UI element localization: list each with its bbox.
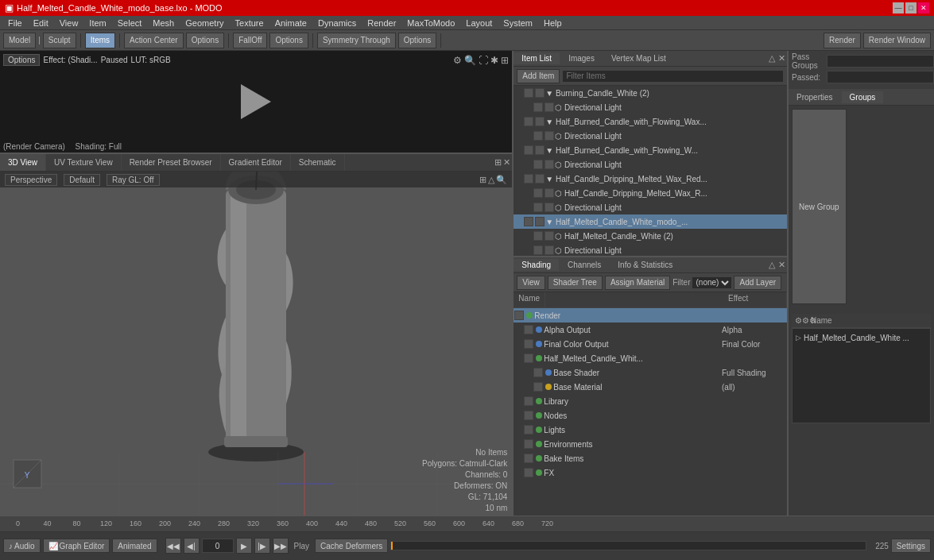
passed-input[interactable] xyxy=(827,71,934,83)
item-vis-2[interactable] xyxy=(545,131,554,141)
tab-item-list[interactable]: Item List xyxy=(514,52,560,64)
shading-vis-btn[interactable] xyxy=(524,339,533,349)
animated-button[interactable]: Animated xyxy=(112,539,157,553)
shading-row[interactable]: Nodes xyxy=(514,408,787,423)
pass-groups-input[interactable] xyxy=(827,55,934,68)
item-vis-1[interactable] xyxy=(524,174,533,183)
preview-icon-3[interactable]: ⛶ xyxy=(479,55,488,66)
item-vis-1[interactable] xyxy=(533,231,543,241)
tab-groups[interactable]: Groups xyxy=(842,91,885,103)
menu-item-edit[interactable]: Edit xyxy=(29,17,53,29)
shading-row[interactable]: Lights xyxy=(514,423,787,437)
filter-items-input[interactable] xyxy=(562,70,784,83)
shading-vis-btn[interactable] xyxy=(524,396,533,406)
menu-item-layout[interactable]: Layout xyxy=(461,17,497,29)
menu-item-help[interactable]: Help xyxy=(539,17,567,29)
action-center-button[interactable]: Action Center xyxy=(124,33,184,48)
menu-item-maxtomodo[interactable]: MaxToModo xyxy=(402,17,459,29)
item-vis-2[interactable] xyxy=(545,231,554,241)
item-vis-1[interactable] xyxy=(524,88,533,98)
item-vis-1[interactable] xyxy=(533,188,543,198)
shading-vis-btn[interactable] xyxy=(533,382,543,392)
shading-row[interactable]: Base Material(all) xyxy=(514,380,787,394)
shading-row[interactable]: FX xyxy=(514,465,787,480)
minimize-button[interactable]: — xyxy=(893,2,904,14)
shading-row[interactable]: Final Color OutputFinal Color xyxy=(514,337,787,351)
menu-item-system[interactable]: System xyxy=(498,17,537,29)
next-frame-button[interactable]: ▶▶ xyxy=(273,538,289,554)
shading-vis-btn[interactable] xyxy=(524,454,533,463)
vp-icon-3[interactable]: 🔍 xyxy=(496,175,507,185)
options-1-button[interactable]: Options xyxy=(186,33,224,48)
list-item[interactable]: ⬡ Directional Light xyxy=(514,243,787,256)
item-vis-2[interactable] xyxy=(545,102,554,112)
tab-properties[interactable]: Properties xyxy=(789,91,842,103)
list-item[interactable]: ⬡ Half_Candle_Dripping_Melted_Wax_R... xyxy=(514,186,787,200)
list-item[interactable]: ▼ Half_Burned_Candle_with_Flowing_W... xyxy=(514,143,787,157)
preview-options-button[interactable]: Options xyxy=(3,54,40,66)
menu-item-dynamics[interactable]: Dynamics xyxy=(313,17,361,29)
menu-item-select[interactable]: Select xyxy=(113,17,147,29)
item-vis-1[interactable] xyxy=(533,203,543,212)
perspective-label[interactable]: Perspective xyxy=(5,174,57,186)
shading-vis-btn[interactable] xyxy=(524,439,533,449)
vp-icon-2[interactable]: △ xyxy=(488,175,494,185)
next-key-button[interactable]: |▶ xyxy=(254,538,270,554)
tab-render-preset[interactable]: Render Preset Browser xyxy=(122,154,221,171)
item-vis-2[interactable] xyxy=(545,203,554,212)
item-vis-2[interactable] xyxy=(535,174,545,183)
new-group-button[interactable]: New Group xyxy=(792,109,847,304)
menu-item-file[interactable]: File xyxy=(3,17,27,29)
item-vis-1[interactable] xyxy=(533,131,543,141)
shading-vis-btn[interactable] xyxy=(533,368,543,377)
tab-uv-texture[interactable]: UV Texture View xyxy=(46,154,122,171)
menu-item-mesh[interactable]: Mesh xyxy=(148,17,179,29)
tab-info-statistics[interactable]: Info & Statistics xyxy=(610,259,681,271)
list-item[interactable]: ⬡ Half_Melted_Candle_White (2) xyxy=(514,229,787,243)
tab-channels[interactable]: Channels xyxy=(560,259,610,271)
shading-vis-btn[interactable] xyxy=(524,325,533,334)
cache-deformers-button[interactable]: Cache Deformers xyxy=(315,539,388,553)
shading-vis-btn[interactable] xyxy=(524,353,533,363)
panel-icon-2[interactable]: ✕ xyxy=(777,52,787,65)
ray-gl-label[interactable]: Ray GL: Off xyxy=(107,174,160,186)
mode-sculpt-button[interactable]: Sculpt xyxy=(43,33,76,48)
prev-frame-button[interactable]: ◀◀ xyxy=(165,538,181,554)
shading-vis-btn[interactable] xyxy=(514,311,524,320)
default-label[interactable]: Default xyxy=(64,174,100,186)
maximize-button[interactable]: □ xyxy=(905,2,917,14)
items-button[interactable]: Items xyxy=(85,33,115,48)
list-item[interactable]: ▼ Half_Candle_Dripping_Melted_Wax_Red... xyxy=(514,172,787,186)
list-item[interactable]: ⬡ Directional Light xyxy=(514,157,787,172)
options-2-button[interactable]: Options xyxy=(269,33,308,48)
add-item-button[interactable]: Add Item xyxy=(517,69,560,83)
preview-icon-2[interactable]: 🔍 xyxy=(464,55,476,66)
shading-row[interactable]: Half_Melted_Candle_Whit... xyxy=(514,351,787,365)
tab-icon-1[interactable]: ⊞ xyxy=(494,157,502,168)
tab-3d-view[interactable]: 3D View xyxy=(0,154,46,171)
item-vis-2[interactable] xyxy=(545,160,554,169)
shading-icon-1[interactable]: △ xyxy=(767,258,777,272)
filter-none-select[interactable]: (none) xyxy=(692,276,732,289)
item-vis-1[interactable] xyxy=(533,102,543,112)
menu-item-geometry[interactable]: Geometry xyxy=(180,17,228,29)
prev-key-button[interactable]: ◀| xyxy=(184,538,200,554)
vp-icon-1[interactable]: ⊞ xyxy=(479,175,486,185)
list-item[interactable]: ⬡ Directional Light xyxy=(514,129,787,143)
play-pause-button[interactable] xyxy=(236,82,276,122)
item-vis-2[interactable] xyxy=(535,117,545,126)
item-vis-2[interactable] xyxy=(545,188,554,198)
tab-images[interactable]: Images xyxy=(560,52,603,64)
shading-row[interactable]: Bake Items xyxy=(514,451,787,465)
shading-row[interactable]: Library xyxy=(514,394,787,408)
shading-row[interactable]: Alpha OutputAlpha xyxy=(514,322,787,337)
symmetry-through-button[interactable]: Symmetry Through xyxy=(317,33,396,48)
shading-row[interactable]: Render xyxy=(514,308,787,322)
list-item[interactable]: ▼ Burning_Candle_White (2) xyxy=(514,86,787,100)
menu-item-animate[interactable]: Animate xyxy=(270,17,312,29)
tab-schematic[interactable]: Schematic xyxy=(291,154,345,171)
list-item[interactable]: ⬡ Directional Light xyxy=(514,100,787,114)
item-vis-2[interactable] xyxy=(535,145,545,155)
item-vis-1[interactable] xyxy=(524,117,533,126)
preview-icon-1[interactable]: ⚙ xyxy=(453,55,462,66)
